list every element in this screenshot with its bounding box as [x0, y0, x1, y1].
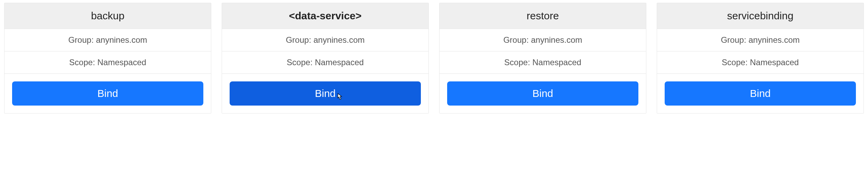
card-footer: Bind	[4, 74, 211, 113]
scope-value: Namespaced	[750, 58, 798, 67]
bind-button[interactable]: Bind	[447, 81, 638, 106]
resource-card-restore: restore Group: anynines.com Scope: Names…	[439, 3, 646, 113]
bind-button[interactable]: Bind	[665, 81, 856, 106]
group-value: anynines.com	[748, 35, 800, 44]
group-prefix: Group:	[286, 35, 313, 44]
scope-value: Namespaced	[532, 58, 581, 67]
group-prefix: Group:	[68, 35, 96, 44]
card-title: servicebinding	[657, 3, 864, 29]
resource-card-servicebinding: servicebinding Group: anynines.com Scope…	[657, 3, 864, 113]
card-scope: Scope: Namespaced	[657, 51, 864, 74]
card-group: Group: anynines.com	[222, 29, 428, 51]
card-title: <data-service>	[222, 3, 428, 29]
group-value: anynines.com	[96, 35, 147, 44]
card-group: Group: anynines.com	[657, 29, 864, 51]
card-title: restore	[440, 3, 646, 29]
scope-prefix: Scope:	[287, 58, 315, 67]
card-footer: Bind	[657, 74, 864, 113]
scope-prefix: Scope:	[69, 58, 97, 67]
card-group: Group: anynines.com	[4, 29, 211, 51]
bind-button[interactable]: Bind	[230, 81, 421, 106]
resource-card-backup: backup Group: anynines.com Scope: Namesp…	[4, 3, 211, 113]
bind-button[interactable]: Bind	[12, 81, 203, 106]
resource-card-data-service: <data-service> Group: anynines.com Scope…	[222, 3, 429, 113]
card-scope: Scope: Namespaced	[440, 51, 646, 74]
card-row: backup Group: anynines.com Scope: Namesp…	[4, 3, 864, 113]
card-scope: Scope: Namespaced	[222, 51, 428, 74]
scope-value: Namespaced	[97, 58, 146, 67]
group-value: anynines.com	[531, 35, 582, 44]
card-scope: Scope: Namespaced	[4, 51, 211, 74]
card-title: backup	[4, 3, 211, 29]
card-group: Group: anynines.com	[440, 29, 646, 51]
group-prefix: Group:	[503, 35, 531, 44]
card-footer: Bind	[222, 74, 428, 113]
scope-prefix: Scope:	[504, 58, 532, 67]
scope-value: Namespaced	[315, 58, 363, 67]
group-value: anynines.com	[313, 35, 364, 44]
group-prefix: Group:	[721, 35, 748, 44]
scope-prefix: Scope:	[722, 58, 750, 67]
card-footer: Bind	[440, 74, 646, 113]
